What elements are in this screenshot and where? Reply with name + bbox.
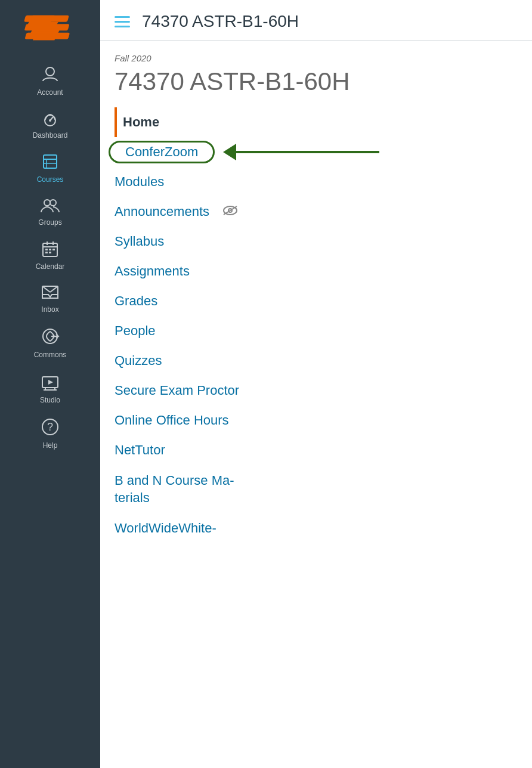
sidebar-item-account[interactable]: Account — [0, 57, 100, 103]
svg-rect-22 — [52, 249, 55, 250]
nav-item-nettutor[interactable]: NetTutor — [115, 435, 532, 465]
nav-item-online-office-label: Online Office Hours — [115, 413, 229, 428]
nav-item-modules-label: Modules — [115, 174, 164, 190]
sidebar-item-studio[interactable]: Studio — [0, 365, 100, 410]
arrow-line — [236, 151, 379, 153]
inbox-icon — [41, 284, 60, 303]
nav-item-announcements[interactable]: Announcements — [115, 197, 532, 227]
nav-item-home-label: Home — [123, 114, 159, 130]
svg-rect-23 — [45, 252, 48, 253]
nav-item-grades-label: Grades — [115, 293, 157, 309]
sidebar-item-courses[interactable]: Courses — [0, 145, 100, 190]
svg-line-26 — [42, 286, 50, 292]
sidebar-item-label-groups: Groups — [38, 218, 61, 227]
sidebar-item-commons[interactable]: Commons — [0, 320, 100, 365]
nav-item-people-label: People — [115, 323, 156, 339]
semester-label: Fall 2020 — [115, 53, 518, 63]
nav-item-people[interactable]: People — [115, 316, 532, 346]
arrow-head — [223, 144, 236, 160]
conferzoom-oval: ConferZoom — [109, 141, 215, 163]
sidebar-item-inbox[interactable]: Inbox — [0, 277, 100, 320]
nav-item-syllabus[interactable]: Syllabus — [115, 227, 532, 256]
nav-item-conferzoom[interactable]: ConferZoom — [125, 144, 198, 160]
sidebar-item-calendar[interactable]: Calendar — [0, 233, 100, 277]
sidebar-item-label-dashboard: Dashboard — [33, 131, 68, 140]
nav-item-home[interactable]: Home — [115, 107, 532, 137]
nav-item-worldwide-label: WorldWideWhite- — [115, 521, 216, 536]
main-content: 74370 ASTR-B1-60H Fall 2020 74370 ASTR-B… — [100, 0, 532, 768]
top-header: 74370 ASTR-B1-60H — [100, 0, 532, 41]
hamburger-menu[interactable] — [115, 16, 130, 27]
svg-text:?: ? — [47, 421, 53, 433]
nav-item-conferzoom-label: ConferZoom — [125, 144, 198, 160]
svg-point-6 — [46, 67, 54, 76]
sidebar-item-help[interactable]: ? Help — [0, 410, 100, 456]
sidebar-item-label-inbox: Inbox — [41, 305, 58, 314]
svg-rect-5 — [24, 33, 70, 39]
nav-item-secure-exam-label: Secure Exam Proctor — [115, 383, 239, 398]
svg-line-27 — [50, 286, 58, 292]
help-icon: ? — [41, 417, 60, 439]
svg-marker-32 — [48, 380, 53, 385]
nav-item-bn-course[interactable]: B and N Course Ma-terials — [115, 465, 532, 513]
course-info: Fall 2020 74370 ASTR-B1-60H — [100, 41, 532, 95]
nav-item-grades[interactable]: Grades — [115, 286, 532, 316]
commons-icon — [41, 327, 60, 348]
courses-icon — [41, 153, 59, 173]
nav-item-announcements-label: Announcements — [115, 204, 209, 219]
svg-rect-3 — [24, 16, 69, 22]
svg-rect-10 — [44, 155, 57, 168]
svg-point-15 — [50, 200, 56, 206]
calendar-icon — [41, 240, 59, 260]
nav-item-online-office[interactable]: Online Office Hours — [115, 405, 532, 435]
sidebar-item-label-studio: Studio — [40, 396, 60, 404]
sidebar-item-groups[interactable]: Groups — [0, 190, 100, 233]
course-full-title: 74370 ASTR-B1-60H — [115, 68, 518, 95]
nav-item-bn-course-label: B and N Course Ma-terials — [115, 472, 234, 506]
sidebar-item-label-commons: Commons — [34, 351, 67, 359]
logo-area — [0, 0, 100, 57]
nav-item-secure-exam[interactable]: Secure Exam Proctor — [115, 376, 532, 405]
visibility-icon — [222, 204, 238, 219]
studio-icon — [41, 372, 60, 394]
nav-item-modules[interactable]: Modules — [115, 167, 532, 197]
nav-item-quizzes-label: Quizzes — [115, 353, 162, 368]
course-nav: Home ConferZoom Modules Announcements — [100, 95, 532, 543]
sidebar-item-label-courses: Courses — [37, 175, 64, 184]
sidebar-item-dashboard[interactable]: Dashboard — [0, 103, 100, 145]
sidebar-item-label-help: Help — [43, 441, 58, 450]
svg-point-14 — [44, 200, 50, 206]
nav-item-conferzoom-row: ConferZoom — [115, 137, 532, 167]
svg-rect-4 — [24, 24, 70, 30]
account-icon — [41, 64, 60, 86]
svg-rect-20 — [45, 249, 48, 250]
nav-item-syllabus-label: Syllabus — [115, 234, 164, 249]
canvas-logo — [20, 11, 80, 47]
groups-icon — [40, 197, 60, 216]
course-title-header: 74370 ASTR-B1-60H — [142, 12, 299, 31]
sidebar: Account Dashboard Courses — [0, 0, 100, 768]
dashboard-icon — [41, 110, 59, 129]
svg-point-9 — [49, 119, 51, 122]
svg-rect-21 — [49, 249, 51, 250]
nav-item-assignments-label: Assignments — [115, 264, 190, 279]
nav-item-nettutor-label: NetTutor — [115, 442, 165, 458]
sidebar-item-label-account: Account — [37, 88, 63, 97]
nav-item-assignments[interactable]: Assignments — [115, 256, 532, 286]
nav-item-quizzes[interactable]: Quizzes — [115, 346, 532, 376]
arrow-container — [224, 144, 379, 160]
nav-item-worldwide[interactable]: WorldWideWhite- — [115, 513, 532, 543]
svg-rect-24 — [49, 252, 51, 253]
sidebar-item-label-calendar: Calendar — [36, 262, 65, 271]
